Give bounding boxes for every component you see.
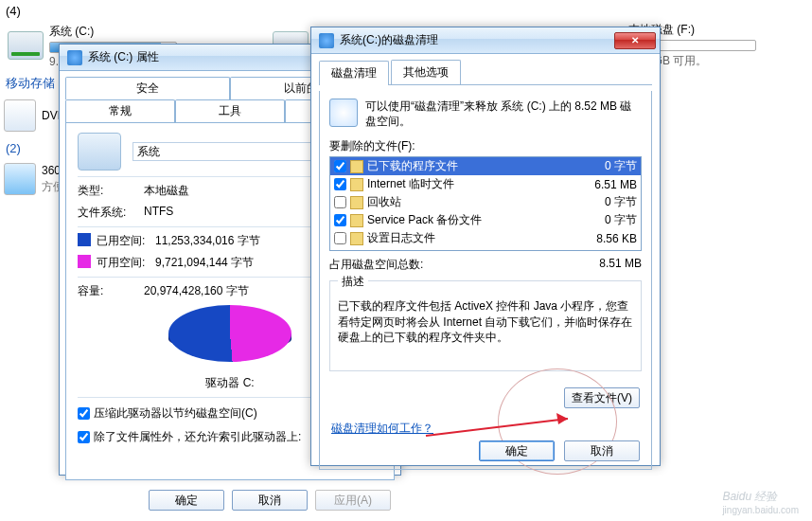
file-icon [350,178,363,191]
apply-button: 应用(A) [315,490,391,511]
section-count-1: (4) [0,0,812,20]
files-label: 要删除的文件(F): [329,138,642,154]
view-files-button[interactable]: 查看文件(V) [564,387,640,408]
file-list-row[interactable]: Service Pack 备份文件0 字节 [330,211,641,229]
file-checkbox[interactable] [334,214,346,226]
window-title: 系统(C:)的磁盘清理 [340,32,612,48]
drive-icon [8,31,44,60]
description-text: 已下载的程序文件包括 ActiveX 控件和 Java 小程序，您查看特定网页时… [338,298,633,345]
cancel-button[interactable]: 取消 [232,490,308,511]
total-label: 占用磁盘空间总数: [329,257,423,273]
cloud-icon [4,163,36,195]
cleanup-icon [319,33,334,48]
cancel-button[interactable]: 取消 [564,440,640,461]
total-value: 8.51 MB [599,257,642,273]
tab-general[interactable]: 常规 [65,99,175,122]
tab-more-options[interactable]: 其他选项 [391,60,461,84]
compress-checkbox[interactable] [78,407,90,420]
drive-icon [67,50,82,65]
close-button[interactable]: ✕ [614,32,656,49]
tab-disk-cleanup[interactable]: 磁盘清理 [319,61,389,85]
drive-label-input[interactable] [132,142,322,161]
file-list-row[interactable]: 已下载的程序文件0 字节 [330,157,641,175]
files-listbox[interactable]: 已下载的程序文件0 字节Internet 临时文件6.51 MB回收站0 字节S… [329,156,642,251]
cleanup-large-icon [329,99,358,127]
file-checkbox[interactable] [334,232,346,244]
file-list-row[interactable]: Internet 临时文件6.51 MB [330,175,641,193]
titlebar[interactable]: 系统(C:)的磁盘清理 ✕ [311,27,660,54]
ok-button[interactable]: 确定 [479,440,555,461]
file-icon [350,196,363,209]
file-checkbox[interactable] [334,196,346,208]
help-link[interactable]: 磁盘清理如何工作？ [331,421,433,437]
file-icon [350,232,363,245]
file-list-row[interactable]: 设置日志文件8.56 KB [330,229,641,247]
disc-icon [4,99,36,132]
tab-security[interactable]: 安全 [65,77,230,99]
file-checkbox[interactable] [334,160,346,172]
file-icon [350,214,363,227]
index-checkbox[interactable] [78,431,90,443]
file-list-row[interactable]: 回收站0 字节 [330,193,641,211]
file-icon [350,160,363,173]
ok-button[interactable]: 确定 [149,490,224,511]
description-group: 描述 已下载的程序文件包括 ActiveX 控件和 Java 小程序，您查看特定… [329,280,642,371]
capacity-pie-chart [168,305,291,373]
disk-cleanup-window: 系统(C:)的磁盘清理 ✕ 磁盘清理 其他选项 可以使用“磁盘清理”来释放 系统… [310,27,661,466]
cleanup-message: 可以使用“磁盘清理”来释放 系统 (C:) 上的 8.52 MB 磁盘空间。 [365,99,642,129]
drive-large-icon [78,133,121,171]
free-color-swatch [78,255,91,268]
tab-tools[interactable]: 工具 [175,99,285,122]
file-checkbox[interactable] [334,178,346,190]
used-color-swatch [78,233,91,246]
